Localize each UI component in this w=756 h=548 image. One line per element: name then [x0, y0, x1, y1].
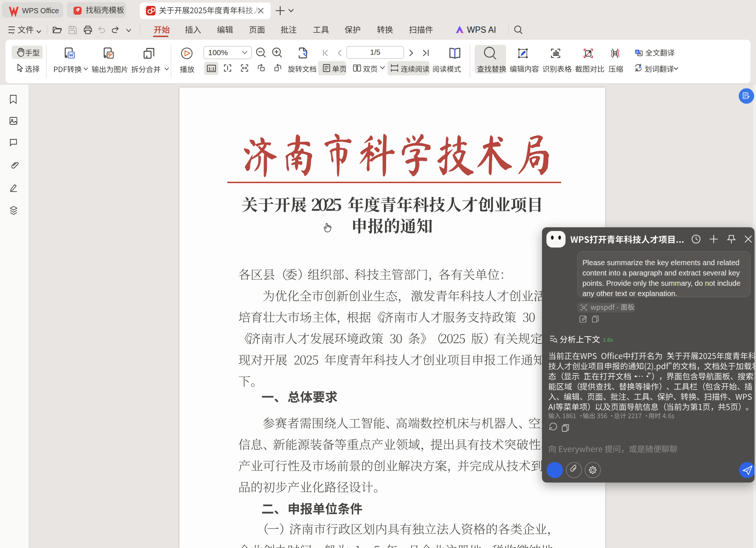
svg-text:A: A: [636, 50, 638, 54]
svg-text:A: A: [638, 64, 642, 69]
svg-text:文: 文: [635, 67, 639, 72]
svg-text:1:1: 1:1: [208, 67, 215, 72]
